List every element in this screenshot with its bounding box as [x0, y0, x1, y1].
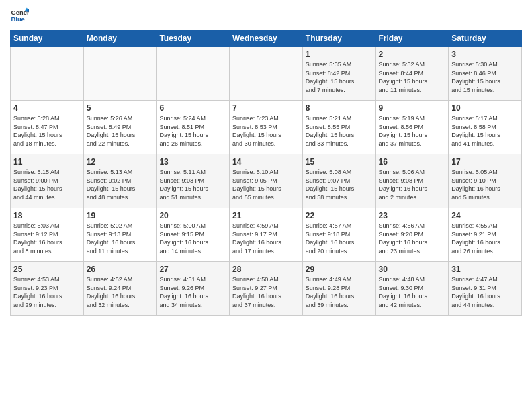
day-number: 16 [379, 157, 446, 167]
calendar-cell: 24Sunrise: 4:55 AM Sunset: 9:21 PM Dayli… [449, 208, 522, 262]
day-content: Sunrise: 5:32 AM Sunset: 8:44 PM Dayligh… [379, 60, 446, 94]
day-content: Sunrise: 4:49 AM Sunset: 9:28 PM Dayligh… [306, 275, 373, 309]
calendar-week-1: 1Sunrise: 5:35 AM Sunset: 8:42 PM Daylig… [11, 47, 522, 101]
calendar-week-3: 11Sunrise: 5:15 AM Sunset: 9:00 PM Dayli… [11, 154, 522, 208]
calendar-cell: 31Sunrise: 4:47 AM Sunset: 9:31 PM Dayli… [449, 262, 522, 316]
day-number: 27 [159, 265, 226, 274]
page: General Blue SundayMondayTuesdayWednesda… [0, 0, 532, 411]
day-content: Sunrise: 4:56 AM Sunset: 9:20 PM Dayligh… [379, 222, 446, 255]
day-number: 21 [232, 211, 300, 220]
day-number: 14 [232, 157, 300, 167]
calendar-cell: 10Sunrise: 5:17 AM Sunset: 8:58 PM Dayli… [449, 101, 522, 154]
day-number: 10 [451, 103, 519, 113]
calendar-cell: 21Sunrise: 4:59 AM Sunset: 9:17 PM Dayli… [230, 208, 303, 262]
calendar-cell: 30Sunrise: 4:48 AM Sunset: 9:30 PM Dayli… [375, 262, 449, 316]
day-content: Sunrise: 5:11 AM Sunset: 9:03 PM Dayligh… [159, 168, 226, 201]
day-content: Sunrise: 5:17 AM Sunset: 8:58 PM Dayligh… [451, 114, 519, 148]
day-content: Sunrise: 5:19 AM Sunset: 8:56 PM Dayligh… [379, 114, 446, 148]
calendar-weekday-wednesday: Wednesday [230, 30, 303, 47]
calendar-week-2: 4Sunrise: 5:28 AM Sunset: 8:47 PM Daylig… [11, 101, 522, 154]
day-number: 12 [87, 157, 154, 167]
calendar-weekday-tuesday: Tuesday [157, 30, 230, 47]
day-content: Sunrise: 4:47 AM Sunset: 9:31 PM Dayligh… [451, 275, 519, 309]
day-number: 6 [159, 103, 226, 113]
day-number: 11 [13, 157, 81, 167]
calendar-cell: 9Sunrise: 5:19 AM Sunset: 8:56 PM Daylig… [375, 101, 449, 154]
calendar-cell: 2Sunrise: 5:32 AM Sunset: 8:44 PM Daylig… [375, 47, 449, 101]
day-content: Sunrise: 5:28 AM Sunset: 8:47 PM Dayligh… [13, 114, 81, 148]
day-content: Sunrise: 5:02 AM Sunset: 9:13 PM Dayligh… [87, 222, 154, 255]
calendar-weekday-sunday: Sunday [11, 30, 84, 47]
day-number: 20 [159, 211, 226, 220]
calendar-cell: 23Sunrise: 4:56 AM Sunset: 9:20 PM Dayli… [375, 208, 449, 262]
day-number: 4 [13, 103, 81, 113]
day-content: Sunrise: 4:52 AM Sunset: 9:24 PM Dayligh… [87, 275, 154, 309]
day-number: 13 [159, 157, 226, 167]
day-content: Sunrise: 5:21 AM Sunset: 8:55 PM Dayligh… [306, 114, 373, 148]
calendar-cell: 12Sunrise: 5:13 AM Sunset: 9:02 PM Dayli… [83, 154, 157, 208]
day-content: Sunrise: 5:30 AM Sunset: 8:46 PM Dayligh… [451, 60, 519, 94]
calendar-cell: 13Sunrise: 5:11 AM Sunset: 9:03 PM Dayli… [157, 154, 230, 208]
calendar-header-row: SundayMondayTuesdayWednesdayThursdayFrid… [11, 30, 522, 47]
calendar-cell: 7Sunrise: 5:23 AM Sunset: 8:53 PM Daylig… [230, 101, 303, 154]
day-number: 22 [306, 211, 373, 220]
logo: General Blue [10, 7, 29, 26]
day-number: 26 [87, 265, 154, 274]
calendar-weekday-saturday: Saturday [449, 30, 522, 47]
day-content: Sunrise: 5:06 AM Sunset: 9:08 PM Dayligh… [379, 168, 446, 201]
calendar-cell [11, 47, 84, 101]
day-number: 30 [379, 265, 446, 274]
calendar-cell: 22Sunrise: 4:57 AM Sunset: 9:18 PM Dayli… [302, 208, 375, 262]
calendar-cell: 8Sunrise: 5:21 AM Sunset: 8:55 PM Daylig… [302, 101, 375, 154]
day-content: Sunrise: 5:23 AM Sunset: 8:53 PM Dayligh… [232, 114, 300, 148]
calendar-cell: 4Sunrise: 5:28 AM Sunset: 8:47 PM Daylig… [11, 101, 84, 154]
day-content: Sunrise: 5:08 AM Sunset: 9:07 PM Dayligh… [306, 168, 373, 201]
day-number: 9 [379, 103, 446, 113]
day-content: Sunrise: 4:55 AM Sunset: 9:21 PM Dayligh… [451, 222, 519, 255]
day-number: 5 [87, 103, 154, 113]
calendar-week-5: 25Sunrise: 4:53 AM Sunset: 9:23 PM Dayli… [11, 262, 522, 316]
calendar-cell: 20Sunrise: 5:00 AM Sunset: 9:15 PM Dayli… [157, 208, 230, 262]
calendar-weekday-friday: Friday [375, 30, 449, 47]
day-number: 31 [451, 265, 519, 274]
day-content: Sunrise: 4:57 AM Sunset: 9:18 PM Dayligh… [306, 222, 373, 255]
day-number: 2 [379, 50, 446, 59]
calendar-cell: 17Sunrise: 5:05 AM Sunset: 9:10 PM Dayli… [449, 154, 522, 208]
calendar-cell: 15Sunrise: 5:08 AM Sunset: 9:07 PM Dayli… [302, 154, 375, 208]
day-content: Sunrise: 4:48 AM Sunset: 9:30 PM Dayligh… [379, 275, 446, 309]
calendar-cell: 18Sunrise: 5:03 AM Sunset: 9:12 PM Dayli… [11, 208, 84, 262]
day-content: Sunrise: 5:00 AM Sunset: 9:15 PM Dayligh… [159, 222, 226, 255]
day-content: Sunrise: 5:24 AM Sunset: 8:51 PM Dayligh… [159, 114, 226, 148]
day-number: 23 [379, 211, 446, 220]
calendar-cell [230, 47, 303, 101]
day-content: Sunrise: 5:10 AM Sunset: 9:05 PM Dayligh… [232, 168, 300, 201]
day-content: Sunrise: 5:05 AM Sunset: 9:10 PM Dayligh… [451, 168, 519, 201]
calendar-cell: 25Sunrise: 4:53 AM Sunset: 9:23 PM Dayli… [11, 262, 84, 316]
svg-text:Blue: Blue [11, 16, 25, 23]
day-content: Sunrise: 5:15 AM Sunset: 9:00 PM Dayligh… [13, 168, 81, 201]
calendar-cell: 6Sunrise: 5:24 AM Sunset: 8:51 PM Daylig… [157, 101, 230, 154]
day-content: Sunrise: 4:50 AM Sunset: 9:27 PM Dayligh… [232, 275, 300, 309]
calendar-cell: 19Sunrise: 5:02 AM Sunset: 9:13 PM Dayli… [83, 208, 157, 262]
day-content: Sunrise: 5:35 AM Sunset: 8:42 PM Dayligh… [306, 60, 373, 94]
day-number: 8 [306, 103, 373, 113]
day-number: 28 [232, 265, 300, 274]
day-number: 19 [87, 211, 154, 220]
logo-icon: General Blue [10, 7, 29, 26]
day-number: 25 [13, 265, 81, 274]
day-content: Sunrise: 5:13 AM Sunset: 9:02 PM Dayligh… [87, 168, 154, 201]
calendar-cell: 14Sunrise: 5:10 AM Sunset: 9:05 PM Dayli… [230, 154, 303, 208]
calendar-cell: 26Sunrise: 4:52 AM Sunset: 9:24 PM Dayli… [83, 262, 157, 316]
calendar-cell [157, 47, 230, 101]
day-number: 29 [306, 265, 373, 274]
calendar-week-4: 18Sunrise: 5:03 AM Sunset: 9:12 PM Dayli… [11, 208, 522, 262]
day-number: 24 [451, 211, 519, 220]
header: General Blue [10, 7, 522, 26]
day-number: 17 [451, 157, 519, 167]
calendar-cell: 28Sunrise: 4:50 AM Sunset: 9:27 PM Dayli… [230, 262, 303, 316]
calendar-cell: 27Sunrise: 4:51 AM Sunset: 9:26 PM Dayli… [157, 262, 230, 316]
day-content: Sunrise: 5:26 AM Sunset: 8:49 PM Dayligh… [87, 114, 154, 148]
calendar-weekday-thursday: Thursday [302, 30, 375, 47]
calendar-cell: 5Sunrise: 5:26 AM Sunset: 8:49 PM Daylig… [83, 101, 157, 154]
calendar-cell: 3Sunrise: 5:30 AM Sunset: 8:46 PM Daylig… [449, 47, 522, 101]
